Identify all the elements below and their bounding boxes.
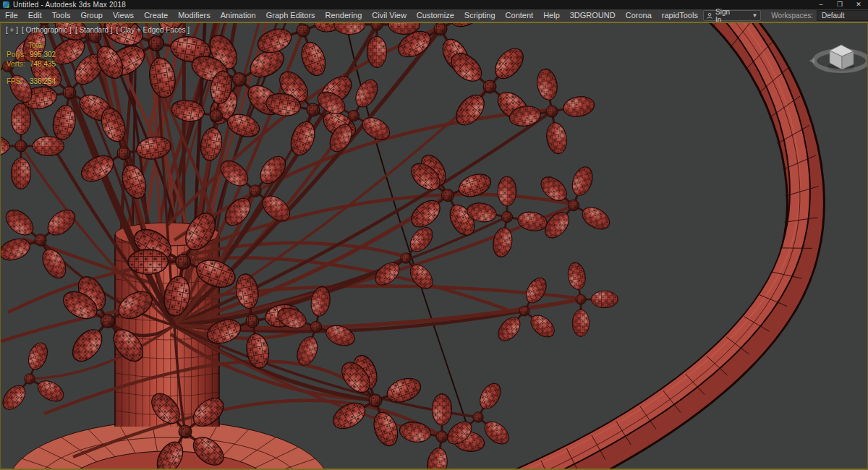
viewcube[interactable] — [809, 45, 867, 71]
workspaces-label: Workspaces: — [771, 12, 813, 20]
menu-item-scripting[interactable]: Scripting — [459, 9, 501, 22]
minimize-button[interactable]: – — [812, 0, 830, 9]
menu-bar: FileEditToolsGroupViewsCreateModifiersAn… — [0, 9, 868, 22]
stats-fps-label: FPS: — [7, 77, 30, 86]
menu-item-tools[interactable]: Tools — [47, 9, 76, 22]
menu-item-create[interactable]: Create — [139, 9, 173, 22]
viewcube-left-arrow-icon — [809, 58, 814, 64]
window-title: Untitled - Autodesk 3ds Max 2018 — [13, 0, 126, 9]
menu-item-group[interactable]: Group — [75, 9, 108, 22]
viewport-shading-label[interactable]: [ Clay + Edged Faces ] — [116, 26, 190, 34]
stats-total-label: Total — [28, 40, 56, 50]
stats-row: Polys:995,302 — [7, 50, 56, 59]
viewport-standard-label[interactable]: [ Standard ] — [75, 26, 113, 34]
berry-cluster — [508, 67, 596, 155]
stats-fps-value: 336.254 — [30, 77, 56, 86]
berry-cluster — [1, 205, 80, 282]
stats-rows: Polys:995,302Verts:748,435 — [7, 50, 56, 69]
menu-bar-right: Sign In ▼ Workspaces: Default ▼ — [703, 9, 868, 22]
berry-cluster — [537, 164, 613, 242]
title-bar: Untitled - Autodesk 3ds Max 2018 – ❐ ✕ — [0, 0, 868, 9]
sign-in-caret-icon: ▼ — [752, 12, 757, 19]
menu-item-rapidtools[interactable]: rapidTools — [657, 9, 703, 22]
viewport[interactable]: [ + ][ Orthographic ][ Standard ][ Clay … — [0, 22, 868, 470]
menu-item-3dground[interactable]: 3DGROUND — [565, 9, 621, 22]
maximize-button[interactable]: ❐ — [830, 0, 849, 9]
menu-item-modifiers[interactable]: Modifiers — [173, 9, 216, 22]
scene-3d-render[interactable] — [1, 23, 867, 469]
viewport-menu-plus[interactable]: [ + ] — [6, 26, 18, 34]
viewport-statistics: Total Polys:995,302Verts:748,435 FPS: 33… — [7, 40, 56, 86]
menu-item-animation[interactable]: Animation — [216, 9, 261, 22]
menu-item-corona[interactable]: Corona — [621, 9, 657, 22]
sign-in-button[interactable]: Sign In ▼ — [703, 10, 761, 21]
workspace-value: Default — [822, 12, 845, 20]
menu-item-edit[interactable]: Edit — [23, 9, 47, 22]
window-controls: – ❐ ✕ — [812, 0, 868, 9]
menu-item-civil-view[interactable]: Civil View — [367, 9, 411, 22]
menu-item-content[interactable]: Content — [501, 9, 539, 22]
menu-item-file[interactable]: File — [0, 9, 23, 22]
app-icon — [3, 1, 9, 8]
menu-item-views[interactable]: Views — [108, 9, 139, 22]
stats-row: Verts:748,435 — [7, 59, 56, 69]
user-icon — [707, 12, 712, 20]
viewport-pov-label[interactable]: [ Orthographic ] — [22, 26, 72, 34]
menu-item-help[interactable]: Help — [538, 9, 565, 22]
stats-fps-row: FPS: 336.254 — [7, 77, 56, 86]
viewport-label: [ + ][ Orthographic ][ Standard ][ Clay … — [6, 26, 190, 34]
menu-item-rendering[interactable]: Rendering — [320, 9, 367, 22]
menu-item-graph-editors[interactable]: Graph Editors — [261, 9, 320, 22]
menu-item-customize[interactable]: Customize — [412, 9, 459, 22]
workspace-dropdown[interactable]: Default — [817, 10, 868, 21]
close-button[interactable]: ✕ — [849, 0, 868, 9]
